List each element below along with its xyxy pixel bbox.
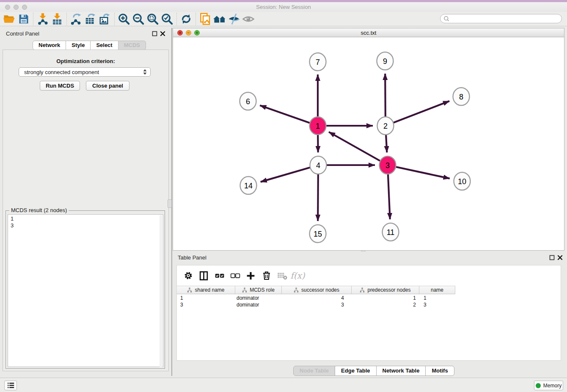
- eye-icon: [242, 13, 255, 25]
- import-network-button[interactable]: [36, 12, 50, 26]
- tab-select[interactable]: Select: [90, 41, 118, 50]
- trash-icon: [261, 271, 272, 281]
- tab-node-table[interactable]: Node Table: [293, 366, 335, 376]
- export-image-button[interactable]: [98, 12, 112, 26]
- edge-3-10[interactable]: [388, 165, 450, 179]
- task-history-button[interactable]: [4, 381, 17, 390]
- search-input[interactable]: [450, 15, 561, 22]
- copy-network-button[interactable]: [198, 12, 212, 26]
- tab-edge-table[interactable]: Edge Table: [335, 366, 376, 376]
- result-line: 1: [11, 215, 163, 222]
- control-panel-header: Control Panel: [0, 29, 171, 40]
- checked-boxes-icon: [214, 270, 225, 281]
- edge-4-14[interactable]: [261, 165, 318, 182]
- toolbar-separator: [114, 13, 115, 25]
- birds-eye-view-button[interactable]: [212, 12, 227, 26]
- column-header-2[interactable]: successor nodes: [282, 286, 352, 294]
- import-table-button[interactable]: [50, 12, 64, 26]
- close-window-button[interactable]: [5, 5, 10, 10]
- memory-label: Memory: [543, 383, 561, 389]
- table-header-row: shared nameMCDS rolesuccessor nodesprede…: [177, 286, 455, 294]
- tab-style[interactable]: Style: [66, 41, 91, 50]
- deselect-all-rows-button[interactable]: [227, 268, 243, 283]
- minimize-window-button[interactable]: [14, 5, 19, 10]
- zoom-fit-button[interactable]: [146, 12, 160, 26]
- zoom-selected-button[interactable]: [160, 12, 174, 26]
- table-cell[interactable]: dominator: [235, 301, 282, 308]
- control-panel-title: Control Panel: [6, 30, 39, 37]
- zoom-in-button[interactable]: [117, 12, 131, 26]
- window-title: Session: New Session: [0, 2, 567, 12]
- add-row-button[interactable]: [243, 268, 259, 283]
- table-cell[interactable]: 3: [419, 301, 455, 308]
- mcds-result-text[interactable]: 1 3: [8, 214, 163, 367]
- table-cell[interactable]: 1: [177, 295, 235, 301]
- zoom-window-button[interactable]: [22, 5, 27, 10]
- table-cell[interactable]: 1: [352, 295, 419, 301]
- column-header-0[interactable]: shared name: [177, 286, 235, 294]
- table-settings-button[interactable]: [180, 268, 196, 283]
- zoom-out-icon: [132, 13, 145, 25]
- column-header-1[interactable]: MCDS role: [235, 286, 282, 294]
- select-all-rows-button[interactable]: [212, 268, 227, 283]
- run-mcds-button[interactable]: Run MCDS: [40, 81, 80, 91]
- float-table-panel-icon[interactable]: [549, 255, 555, 260]
- table-cell[interactable]: dominator: [235, 295, 282, 301]
- network-close-button[interactable]: ×: [177, 30, 183, 36]
- save-session-button[interactable]: [17, 12, 31, 26]
- control-panel-tabs: Network Style Select MCDS: [33, 41, 146, 50]
- result-scrollbar[interactable]: [160, 215, 162, 367]
- node-label-6: 6: [246, 97, 250, 106]
- table-row[interactable]: 3dominator323: [177, 301, 455, 308]
- network-minimize-button[interactable]: −: [186, 30, 191, 36]
- table-cell[interactable]: 2: [352, 301, 419, 308]
- tab-network[interactable]: Network: [33, 41, 66, 50]
- column-header-3[interactable]: predecessor nodes: [352, 286, 419, 294]
- close-table-panel-icon[interactable]: [557, 255, 563, 260]
- close-panel-button[interactable]: Close panel: [86, 81, 129, 91]
- eye-slash-icon: [228, 13, 240, 25]
- table-row[interactable]: 1dominator411: [177, 295, 455, 301]
- delete-column-button[interactable]: [259, 268, 274, 283]
- open-session-button[interactable]: [2, 12, 17, 26]
- column-header-4[interactable]: name: [419, 286, 455, 294]
- memory-button[interactable]: Memory: [534, 381, 563, 390]
- export-network-button[interactable]: [69, 12, 83, 26]
- network-canvas[interactable]: 1234678910111415: [173, 37, 564, 251]
- fx-icon: f(x): [290, 271, 305, 281]
- table-panel-title: Table Panel: [178, 254, 206, 261]
- edge-3-1[interactable]: [329, 132, 388, 165]
- float-panel-icon[interactable]: [152, 31, 157, 36]
- tab-mcds[interactable]: MCDS: [118, 41, 146, 50]
- apply-layout-button[interactable]: [179, 12, 193, 26]
- export-table-button[interactable]: [83, 12, 98, 26]
- export-network-icon: [70, 13, 83, 25]
- close-panel-icon[interactable]: [160, 31, 165, 36]
- criterion-dropdown[interactable]: strongly connected component: [19, 67, 151, 77]
- export-table-icon: [84, 13, 97, 25]
- network-graph[interactable]: 1234678910111415: [173, 37, 564, 250]
- create-column-button[interactable]: [196, 268, 212, 283]
- zoom-out-button[interactable]: [131, 12, 146, 26]
- edge-2-8[interactable]: [385, 101, 449, 126]
- table-cell[interactable]: 4: [282, 295, 352, 301]
- table-cell[interactable]: 3: [177, 301, 235, 308]
- vertical-splitter-handle[interactable]: [168, 199, 172, 208]
- table-cell[interactable]: 3: [282, 301, 352, 308]
- import-table-icon: [51, 13, 63, 25]
- import-network-icon: [36, 13, 49, 25]
- delete-table-icon: [277, 270, 288, 281]
- toolbar-separator: [195, 13, 196, 25]
- table-cell[interactable]: 1: [419, 295, 455, 301]
- table-toolbar: f(x): [180, 267, 306, 284]
- network-maximize-button[interactable]: +: [194, 30, 200, 36]
- search-box[interactable]: [440, 14, 562, 23]
- tab-motifs[interactable]: Motifs: [425, 366, 454, 376]
- hide-panels-button[interactable]: [227, 12, 241, 26]
- edge-1-6[interactable]: [260, 105, 318, 126]
- tab-network-table[interactable]: Network Table: [376, 366, 426, 376]
- table-browser-tabs: Node Table Edge Table Network Table Moti…: [293, 366, 454, 376]
- node-label-10: 10: [458, 177, 466, 186]
- network-window-titlebar[interactable]: × − + scc.txt: [173, 28, 564, 37]
- dropdown-stepper-icon: [142, 69, 148, 75]
